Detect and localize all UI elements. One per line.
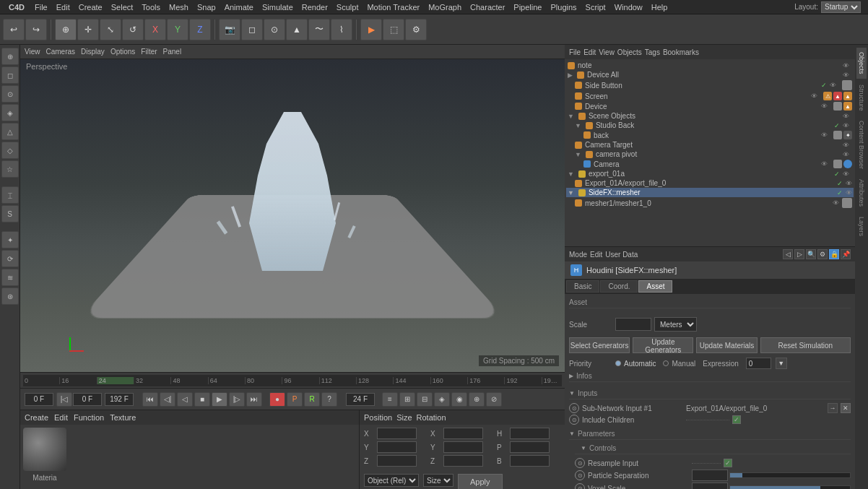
update-generators-btn[interactable]: Update Generators — [633, 337, 693, 353]
timeline-btn-5[interactable]: ◉ — [451, 392, 467, 407]
menu-render[interactable]: Render — [298, 0, 332, 14]
select-tool[interactable]: ⊕ — [55, 19, 77, 40]
priority-manual-radio[interactable] — [663, 360, 669, 366]
obj-vis-device-all[interactable]: 👁 — [843, 72, 849, 79]
sub-network-circle[interactable]: ⊙ — [569, 403, 579, 413]
voxel-scale-input[interactable]: 0.75 — [692, 482, 728, 489]
obj-vis-note[interactable]: 👁 — [843, 62, 849, 69]
obj-vis-sidefx-mesher[interactable]: 👁 — [846, 189, 852, 196]
obj-tb-view[interactable]: View — [599, 48, 615, 56]
infos-section-header[interactable]: ▶ Infos — [569, 371, 851, 382]
particle-sep-input[interactable]: 0.015 — [692, 469, 728, 481]
obj-item-camera-pivot[interactable]: ▼ camera pivot 👁 — [566, 150, 854, 159]
obj-vis-mesher1[interactable]: 👁 — [833, 199, 839, 207]
voxel-scale-slider[interactable] — [729, 485, 851, 489]
attr-tab-basic[interactable]: Basic — [566, 280, 599, 293]
attr-tb-edit[interactable]: Edit — [590, 251, 602, 259]
attr-search-btn[interactable]: 🔍 — [806, 249, 816, 259]
left-tool-11[interactable]: ⟳ — [1, 250, 19, 267]
deform-btn[interactable]: ⌇ — [331, 19, 352, 40]
menu-plugins[interactable]: Plugins — [546, 0, 581, 14]
move-tool[interactable]: ✛ — [77, 19, 99, 40]
menu-file[interactable]: File — [30, 0, 52, 14]
update-materials-btn[interactable]: Update Materials — [696, 337, 757, 353]
vp-nav-filter[interactable]: Filter — [141, 48, 157, 56]
obj-vis-screen[interactable]: 👁 — [811, 92, 817, 100]
include-children-checkbox[interactable]: ✓ — [732, 415, 741, 424]
menu-tools[interactable]: Tools — [137, 0, 165, 14]
null-btn[interactable]: ⊙ — [264, 19, 285, 40]
scale-unit-select[interactable]: Meters — [654, 317, 697, 332]
obj-vis-studio-back[interactable]: 👁 — [843, 122, 849, 129]
left-tool-13[interactable]: ⊛ — [1, 287, 19, 305]
scale-input[interactable]: 1 — [615, 318, 651, 331]
rot-b-input[interactable]: 0 ° — [510, 455, 550, 467]
menu-create[interactable]: Create — [74, 0, 107, 14]
play-back-btn[interactable]: ◁ — [177, 392, 193, 407]
reset-simulation-btn[interactable]: Reset Simulation — [760, 337, 851, 353]
priority-auto-radio[interactable] — [615, 360, 621, 366]
size-mode-select[interactable]: Size — [423, 474, 453, 487]
obj-vis-side-button[interactable]: 👁 — [830, 82, 836, 89]
menu-simulate[interactable]: Simulate — [258, 0, 298, 14]
tf-position[interactable]: Position — [364, 413, 392, 422]
rot-h-input[interactable]: 0 ° — [510, 428, 550, 439]
obj-item-screen[interactable]: Screen 👁 ⚠ ▲ ▲ — [566, 91, 854, 101]
priority-val-input[interactable] — [746, 358, 771, 369]
obj-tb-file[interactable]: File — [569, 48, 581, 56]
size-y-input[interactable]: 0 cm — [443, 441, 483, 453]
mat-texture[interactable]: Texture — [110, 413, 136, 422]
viewport[interactable]: Perspective Grid Spacing : 500 cm — [20, 59, 565, 372]
menu-sculpt[interactable]: Sculpt — [332, 0, 363, 14]
object-btn[interactable]: ◻ — [241, 19, 263, 40]
attr-settings-btn[interactable]: ⚙ — [817, 249, 828, 259]
menu-mesh[interactable]: Mesh — [165, 0, 193, 14]
left-tool-2[interactable]: ◻ — [1, 66, 19, 84]
obj-item-camera[interactable]: Camera 👁 — [566, 159, 854, 169]
frame-current-input[interactable] — [73, 393, 102, 406]
left-tool-5[interactable]: △ — [1, 123, 19, 140]
vp-nav-view[interactable]: View — [25, 48, 40, 56]
redo-btn[interactable]: ↪ — [25, 19, 47, 40]
render-btn[interactable]: ▶ — [360, 19, 382, 40]
mat-function[interactable]: Function — [74, 413, 104, 422]
apply-button[interactable]: Apply — [458, 474, 503, 489]
attr-tb-userdata[interactable]: User Data — [605, 251, 638, 259]
obj-item-note[interactable]: note 👁 — [566, 61, 854, 70]
controls-section-header[interactable]: ▼ Controls — [575, 443, 851, 454]
attr-tab-asset[interactable]: Asset — [638, 280, 672, 293]
record-rot-btn[interactable]: R — [304, 392, 320, 407]
left-tool-9[interactable]: S — [1, 205, 19, 222]
right-tab-objects[interactable]: Objects — [856, 48, 867, 79]
play-fwd-btn[interactable]: ▶ — [212, 392, 227, 407]
left-tool-4[interactable]: ◈ — [1, 104, 19, 121]
left-tool-3[interactable]: ⊙ — [1, 85, 19, 103]
go-end-btn[interactable]: ⏭ — [246, 392, 262, 407]
frame-start-input[interactable]: 0 F — [25, 393, 53, 406]
timeline-track[interactable]: 0 16 24 32 48 64 80 96 112 128 144 160 1… — [23, 375, 562, 386]
obj-item-mesher1[interactable]: mesher1/mesher1_0 👁 — [566, 197, 854, 209]
menu-motion-tracker[interactable]: Motion Tracker — [363, 0, 424, 14]
vp-nav-display[interactable]: Display — [81, 48, 105, 56]
obj-item-export-file[interactable]: Export_01A/export_file_0 ✓ 👁 — [566, 178, 854, 188]
obj-item-export-01a[interactable]: ▼ export_01a ✓ 👁 — [566, 169, 854, 178]
sub-network-arrow-btn[interactable]: → — [828, 403, 838, 413]
timeline-btn-6[interactable]: ⊕ — [469, 392, 485, 407]
obj-vis-export-file[interactable]: 👁 — [846, 180, 852, 187]
render-region[interactable]: ⬚ — [383, 19, 404, 40]
menu-mograph[interactable]: MoGraph — [424, 0, 466, 14]
right-tab-layers[interactable]: Layers — [856, 212, 867, 241]
priority-btn[interactable]: ▼ — [776, 358, 787, 369]
menu-pipeline[interactable]: Pipeline — [509, 0, 546, 14]
menu-animate[interactable]: Animate — [220, 0, 258, 14]
fps-input[interactable]: 24 F — [346, 393, 375, 406]
obj-item-sidefx-mesher[interactable]: ▼ SideFX::mesher ✓ 👁 — [566, 188, 854, 197]
timeline-btn-4[interactable]: ◈ — [434, 392, 450, 407]
pos-z-input[interactable]: 0 cm — [377, 455, 417, 467]
size-x-input[interactable]: 0 cm — [443, 428, 483, 439]
rotate-tool[interactable]: ↺ — [122, 19, 144, 40]
select-generators-btn[interactable]: Select Generators — [569, 337, 630, 353]
attr-pin-btn[interactable]: 📌 — [841, 249, 851, 259]
record-pos-btn[interactable]: P — [287, 392, 303, 407]
menu-help[interactable]: Help — [647, 0, 672, 14]
